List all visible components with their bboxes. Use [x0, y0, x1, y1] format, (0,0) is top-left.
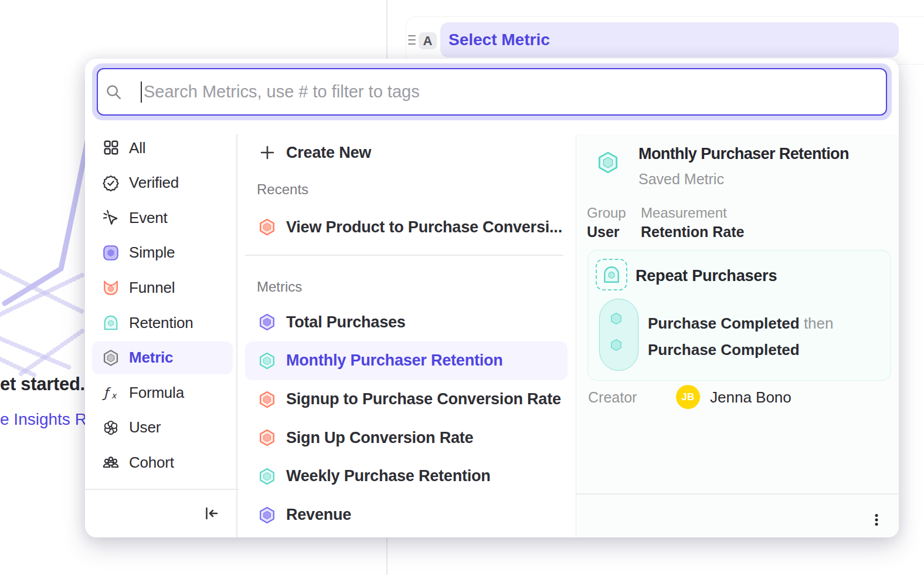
- metric-picker-dialog: Search Metrics, use # to filter to tags …: [85, 59, 899, 537]
- collapse-sidebar-icon[interactable]: [203, 505, 220, 522]
- detail-title: Monthly Purchaser Retention: [638, 145, 849, 163]
- metric-list-item[interactable]: Total Purchases: [245, 303, 568, 341]
- funnel-icon: [102, 279, 120, 296]
- event-cursor-icon: [102, 209, 120, 226]
- search-icon: [105, 83, 123, 101]
- grid-icon: [102, 139, 120, 157]
- group-value: User: [587, 224, 620, 241]
- metric-hexagon-icon: [596, 150, 620, 175]
- hex-teal-icon: [258, 466, 276, 486]
- sidebar-item-formula[interactable]: ƒx Formula: [92, 376, 233, 409]
- sidebar-item-label: Verified: [129, 174, 179, 192]
- more-options-icon[interactable]: [869, 513, 884, 527]
- creator-name: Jenna Bono: [710, 388, 791, 407]
- sidebar-item-label: Retention: [129, 314, 193, 332]
- sidebar-list-divider: [236, 134, 237, 537]
- metric-list-item[interactable]: Revenue: [245, 496, 568, 535]
- detail-subtitle: Saved Metric: [638, 171, 724, 188]
- hex-purple-icon: [258, 312, 276, 332]
- detail-footer-divider: [576, 493, 899, 495]
- sidebar-item-event[interactable]: Event: [92, 201, 233, 234]
- series-a-badge[interactable]: A: [419, 32, 437, 49]
- measurement-value: Retention Rate: [641, 224, 744, 241]
- creator-avatar: JB: [676, 385, 700, 409]
- metric-item-label: Monthly Purchaser Retention: [286, 351, 503, 370]
- sidebar-item-user[interactable]: User: [92, 411, 233, 444]
- metric-item-label: Total Purchases: [286, 313, 406, 332]
- sidebar-item-verified[interactable]: Verified: [92, 167, 233, 199]
- metric-list-item[interactable]: View Product to Purchase Conversi...: [245, 208, 568, 246]
- metric-header-card: A Select Metric: [406, 16, 924, 65]
- metric-item-label: Revenue: [286, 506, 351, 524]
- recents-section-label: Recents: [257, 181, 308, 198]
- select-metric-label: Select Metric: [449, 31, 550, 49]
- event-steps-pill: [599, 299, 638, 371]
- sidebar-item-label: Metric: [129, 349, 173, 367]
- metric-icon: [102, 349, 120, 367]
- sidebar-item-label: User: [129, 418, 161, 437]
- metric-list-item[interactable]: Signup to Purchase Conversion Rate: [245, 380, 568, 419]
- sidebar-item-funnel[interactable]: Funnel: [92, 271, 233, 304]
- metric-detail-panel: Monthly Purchaser Retention Saved Metric…: [576, 134, 899, 537]
- background-chart-decoration: [0, 135, 88, 381]
- svg-text:ƒ: ƒ: [102, 385, 111, 400]
- sidebar-item-cohort[interactable]: Cohort: [92, 446, 233, 479]
- background-link-fragment[interactable]: e Insights Re: [0, 410, 96, 429]
- create-new-button[interactable]: Create New: [239, 135, 576, 170]
- sidebar-footer-divider: [85, 489, 239, 490]
- text-caret: [141, 82, 142, 103]
- sidebar-item-label: Cohort: [129, 454, 174, 472]
- hex-orange-icon: [258, 217, 276, 237]
- sidebar-item-label: All: [129, 139, 145, 157]
- hex-orange-icon: [258, 390, 276, 410]
- group-label: Group: [587, 205, 626, 221]
- recents-metrics-divider: [245, 255, 563, 256]
- retention-behavior-icon: [596, 259, 627, 290]
- step-event-name: Purchase Completed: [648, 314, 800, 332]
- metric-list-item[interactable]: Weekly Purchase Retention: [245, 457, 568, 496]
- metric-item-label: Signup to Purchase Conversion Rate: [286, 390, 561, 408]
- sidebar-item-simple[interactable]: Simple: [92, 236, 233, 269]
- behavior-step: Purchase Completed: [648, 341, 800, 358]
- metric-list-item[interactable]: Sign Up Conversion Rate: [245, 418, 568, 457]
- sidebar-item-label: Simple: [129, 243, 175, 262]
- cohort-icon: [102, 454, 120, 471]
- category-sidebar: All Verified Event Simple Funnel Retenti…: [85, 120, 239, 537]
- sidebar-item-metric[interactable]: Metric: [92, 341, 233, 374]
- step-event-name: Purchase Completed: [648, 341, 800, 358]
- select-metric-button[interactable]: Select Metric: [440, 22, 899, 58]
- drag-handle-icon[interactable]: [408, 35, 416, 45]
- background-heading-fragment: et started.: [0, 374, 85, 395]
- verified-icon: [102, 174, 120, 192]
- sidebar-item-label: Formula: [129, 384, 184, 402]
- simple-icon: [102, 244, 120, 262]
- sidebar-item-label: Funnel: [129, 279, 175, 297]
- creator-label: Creator: [588, 389, 637, 406]
- formula-icon: ƒx: [102, 384, 120, 401]
- svg-text:x: x: [111, 391, 117, 401]
- sidebar-item-label: Event: [129, 209, 168, 227]
- hex-teal-icon: [258, 351, 276, 371]
- behavior-step: Purchase Completed then: [648, 314, 833, 332]
- step-connector: then: [804, 314, 834, 332]
- create-new-label: Create New: [286, 144, 371, 162]
- metric-item-label: View Product to Purchase Conversi...: [286, 218, 562, 236]
- sidebar-item-all[interactable]: All: [92, 131, 233, 164]
- hex-orange-icon: [258, 428, 276, 448]
- measurement-label: Measurement: [641, 205, 727, 221]
- sidebar-item-retention[interactable]: Retention: [92, 306, 233, 339]
- behavior-title: Repeat Purchasers: [636, 267, 777, 285]
- metrics-section-label: Metrics: [257, 279, 302, 295]
- metric-list-item[interactable]: Monthly Purchaser Retention: [245, 341, 568, 380]
- hex-purple-icon: [258, 505, 276, 525]
- metric-item-label: Sign Up Conversion Rate: [286, 429, 473, 447]
- metric-list-column: Create New Recents View Product to Purch…: [239, 59, 576, 537]
- retention-icon: [102, 314, 120, 332]
- plus-icon: [260, 145, 275, 160]
- metric-definition-card: Repeat Purchasers Purchase Completed the…: [587, 250, 891, 381]
- user-icon: [102, 419, 120, 437]
- metric-item-label: Weekly Purchase Retention: [286, 467, 491, 485]
